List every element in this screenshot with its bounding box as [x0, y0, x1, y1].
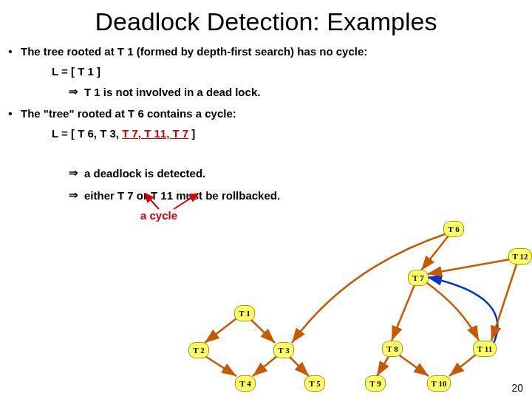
bullet-1: • The tree rooted at T 1 (formed by dept…	[0, 45, 532, 58]
graph-node-T8: T 8	[382, 341, 403, 357]
list-L1: L = [ T 1 ]	[52, 65, 532, 78]
bullet-dot-icon: •	[0, 107, 21, 120]
cycle-label: a cycle	[140, 209, 177, 222]
list-L2-c: ]	[188, 127, 195, 140]
graph-node-T5: T 5	[304, 375, 325, 392]
svg-line-8	[392, 283, 415, 341]
page-title: Deadlock Detection: Examples	[0, 0, 532, 41]
bullet-2: • The "tree" rooted at T 6 contains a cy…	[0, 107, 532, 120]
svg-line-11	[449, 354, 477, 376]
implies-icon: ⇒	[66, 188, 80, 202]
svg-line-5	[253, 355, 278, 376]
implication-3: ⇒ either T 7 or T 11 must be rollbacked.	[66, 188, 532, 202]
svg-line-3	[250, 318, 275, 343]
svg-line-10	[398, 354, 429, 376]
implies-icon: ⇒	[66, 85, 80, 98]
svg-line-9	[377, 354, 390, 376]
graph-node-T2: T 2	[188, 342, 209, 358]
implication-2-text: a deadlock is detected.	[84, 167, 205, 180]
svg-line-7	[421, 236, 449, 270]
svg-line-2	[205, 318, 236, 343]
graph-node-T12: T 12	[508, 248, 532, 265]
graph-node-T10: T 10	[427, 375, 451, 392]
svg-line-12	[427, 259, 510, 274]
graph-node-T6: T 6	[443, 221, 464, 237]
graph-node-T1: T 1	[234, 305, 255, 321]
graph-node-T3: T 3	[273, 342, 294, 358]
svg-line-4	[204, 355, 236, 376]
list-L2-cycle-part: T 7, T 11, T 7	[122, 127, 188, 140]
implication-1-text: T 1 is not involved in a dead lock.	[84, 86, 260, 98]
bullet-dot-icon: •	[0, 45, 21, 58]
graph-node-T4: T 4	[235, 375, 256, 392]
page-number: 20	[511, 382, 523, 394]
bullet-2-text: The "tree" rooted at T 6 contains a cycl…	[21, 107, 236, 120]
implication-3-text: either T 7 or T 11 must be rollbacked.	[84, 189, 280, 202]
graph-node-T11: T 11	[473, 341, 497, 357]
list-L2-a: L = [ T 6, T 3,	[52, 127, 122, 140]
list-L2: L = [ T 6, T 3, T 7, T 11, T 7 ]	[52, 127, 532, 140]
graph-node-T9: T 9	[365, 375, 386, 392]
implication-1: ⇒ T 1 is not involved in a dead lock.	[66, 85, 532, 98]
implication-2: ⇒ a deadlock is detected.	[66, 166, 532, 180]
bullet-1-text: The tree rooted at T 1 (formed by depth-…	[21, 45, 367, 58]
svg-line-6	[288, 355, 309, 376]
svg-line-13	[491, 262, 517, 341]
graph-node-T7: T 7	[408, 270, 429, 286]
slide-content: • The tree rooted at T 1 (formed by dept…	[0, 45, 532, 399]
implies-icon: ⇒	[66, 166, 80, 180]
